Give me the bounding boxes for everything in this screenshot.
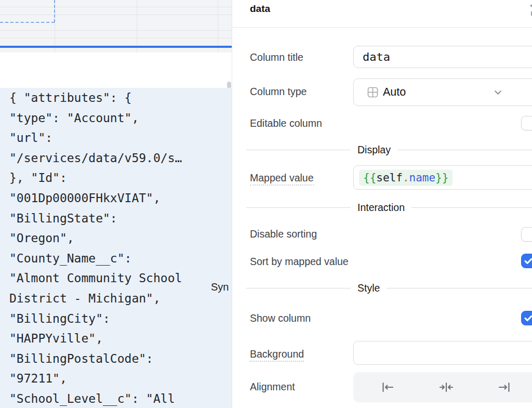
sort-by-mapped-checkbox[interactable]: [521, 254, 532, 268]
column-type-label: Column type: [250, 85, 307, 98]
sync-button-label[interactable]: Syn: [211, 281, 229, 293]
background-label: Background: [250, 348, 304, 360]
section-label: Interaction: [351, 202, 411, 214]
column-title-field: [353, 46, 532, 68]
align-center-icon: [440, 381, 453, 393]
align-left-icon: [381, 381, 394, 393]
spreadsheet-grid[interactable]: [0, 0, 232, 52]
align-right-button[interactable]: [498, 381, 511, 393]
section-interaction: Interaction: [246, 202, 532, 213]
section-label: Style: [351, 282, 387, 294]
chevron-down-icon: [494, 88, 502, 97]
table-grid-icon: [367, 87, 378, 98]
code-line: "97211",: [0, 368, 232, 389]
grid-line: [0, 30, 232, 31]
alignment-segmented-control: [353, 372, 532, 402]
mapped-value-field[interactable]: {{self.name}}: [353, 165, 532, 190]
mapped-value-label: Mapped value: [250, 172, 314, 184]
code-line: "BillingState":: [0, 208, 232, 229]
code-line: "type": "Account",: [0, 108, 232, 128]
code-line: District - Michigan",: [0, 288, 232, 309]
code-line: "BillingCity":: [0, 309, 232, 329]
code-line: "Oregon",: [0, 228, 232, 248]
disable-sorting-checkbox[interactable]: [521, 227, 532, 242]
divider: [246, 288, 351, 288]
grid-line: [0, 38, 232, 38]
code-line: "HAPPYville",: [0, 328, 232, 349]
panel-split-bar[interactable]: [0, 46, 232, 48]
grid-line: [137, 0, 137, 52]
column-settings-panel: data Column title Column type Auto Edita…: [232, 0, 532, 408]
alignment-label: Alignment: [250, 380, 295, 393]
chip-close-braces: }}: [435, 171, 448, 183]
background-field: [353, 341, 532, 365]
template-chip: {{self.name}}: [359, 169, 453, 186]
column-type-select[interactable]: Auto: [353, 78, 532, 106]
column-title-input[interactable]: [354, 46, 532, 68]
column-title-label: Column title: [250, 51, 303, 63]
grid-line: [218, 0, 218, 52]
code-line: "Almont Community School: [0, 268, 232, 288]
align-right-icon: [498, 381, 511, 393]
column-type-value: Auto: [383, 86, 406, 99]
align-center-button[interactable]: [440, 381, 453, 393]
check-icon: [523, 255, 532, 267]
chip-property: name: [409, 171, 436, 183]
chip-open-braces: {{: [363, 171, 376, 183]
show-column-checkbox[interactable]: [521, 311, 532, 325]
code-line: "BillingPostalCode":: [0, 349, 232, 369]
selection-marquee-horizontal: [0, 22, 55, 23]
left-workspace: data resu { "attributes": { "type": "Acc…: [0, 0, 232, 408]
code-line: }, "Id":: [0, 168, 232, 188]
divider: [246, 150, 351, 150]
divider: [232, 27, 532, 28]
code-line: "url":: [0, 128, 232, 148]
chip-object: self: [376, 171, 403, 183]
section-label: Display: [351, 144, 397, 156]
selection-marquee-vertical: [54, 0, 55, 22]
panel-title: data: [250, 3, 270, 15]
section-style: Style: [246, 282, 532, 294]
chip-dot: .: [403, 171, 409, 183]
grid-line: [0, 15, 232, 15]
disable-sorting-label: Disable sorting: [250, 228, 317, 240]
code-line: "School_Level__c": "All: [0, 389, 232, 408]
background-input[interactable]: [354, 341, 532, 364]
grid-line: [0, 7, 232, 7]
code-line: "/services/data/v59.0/s…: [0, 148, 232, 168]
editable-column-label: Editable column: [250, 117, 322, 129]
show-column-label: Show column: [250, 312, 311, 324]
section-display: Display: [246, 144, 532, 155]
divider: [397, 150, 532, 150]
code-line: "County_Name__c":: [0, 248, 232, 269]
align-left-button[interactable]: [381, 381, 394, 393]
bottom-panel-tab-bar: data resu: [0, 52, 232, 88]
divider: [387, 288, 532, 288]
code-line: { "attributes": {: [0, 88, 232, 108]
code-line: "001Dp00000FHkxVIAT",: [0, 188, 232, 208]
editable-column-checkbox[interactable]: [521, 116, 532, 130]
check-icon: [523, 312, 532, 324]
json-cell-editor[interactable]: { "attributes": { "type": "Account", "ur…: [0, 88, 232, 408]
divider: [411, 207, 532, 208]
sort-by-mapped-label: Sort by mapped value: [250, 255, 349, 268]
divider: [246, 207, 351, 208]
